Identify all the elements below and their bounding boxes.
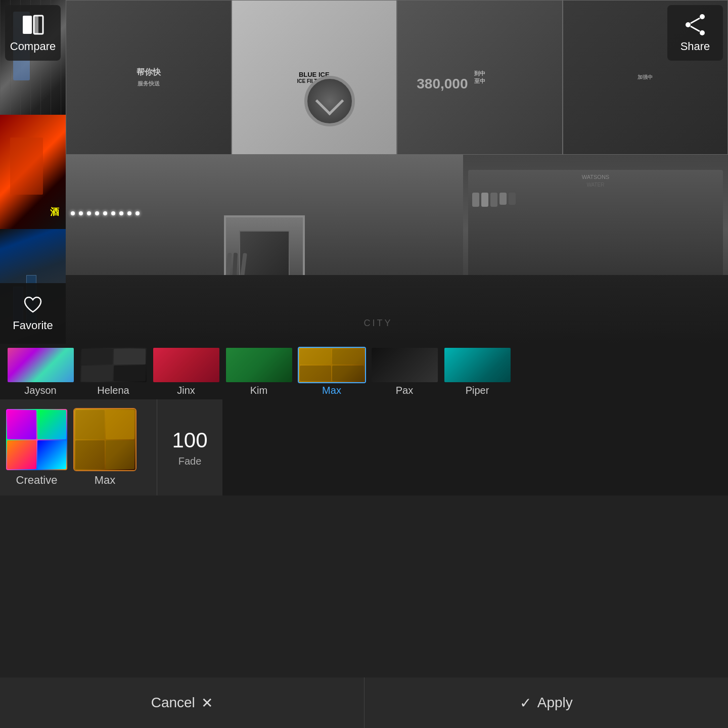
heart-icon [23,295,43,315]
filter-max[interactable]: Max [296,345,367,398]
price-tag: 380,000 [417,76,468,92]
compare-button[interactable]: Compare [5,5,61,61]
fade-panel: 100 Fade [157,399,222,495]
filter-thumb-jinx [152,347,220,383]
filter-strip-inner: Jayson Helena [3,345,515,398]
filter-thumb-helena [79,347,148,383]
svg-rect-2 [34,16,38,34]
dark-area [222,399,546,495]
filter-thumb-kim [225,347,293,383]
compare-icon [21,13,45,37]
filter-label-piper: Piper [466,385,489,396]
selected-creative[interactable]: Creative [5,408,68,487]
favorite-label: Favorite [13,319,53,332]
fade-value: 100 [172,428,207,452]
svg-rect-0 [23,16,32,34]
creative-thumb [5,408,68,471]
max-sel-thumb [73,408,136,471]
filter-thumb-pax [371,347,439,383]
fade-label: Fade [178,456,202,467]
max-sel-label: Max [95,474,116,487]
selected-max[interactable]: Max [73,408,136,487]
filter-label-max: Max [322,385,341,396]
filter-pax[interactable]: Pax [369,345,440,398]
favorite-button[interactable]: Favorite [0,283,66,344]
filter-kim[interactable]: Kim [223,345,294,398]
filter-jinx[interactable]: Jinx [151,345,221,398]
filter-thumb-piper [443,347,512,383]
street-floor: CITY [66,275,546,344]
filter-label-jayson: Jayson [24,385,56,396]
compare-label: Compare [10,40,56,53]
filter-jayson[interactable]: Jayson [5,345,76,398]
filter-helena[interactable]: Helena [78,345,149,398]
creative-label: Creative [16,474,58,487]
filter-label-helena: Helena [97,385,129,396]
filter-thumb-max [298,347,366,383]
filter-label-pax: Pax [396,385,413,396]
filter-strip: Jayson Helena [0,344,546,399]
filter-piper[interactable]: Piper [442,345,513,398]
thumbnail-2[interactable]: 酒 [0,115,66,230]
filter-label-kim: Kim [250,385,267,396]
filter-thumb-jayson [7,347,75,383]
top-toolbar: Compare Share [0,0,546,58]
graffiti: CITY [364,318,393,329]
filter-label-jinx: Jinx [177,385,195,396]
